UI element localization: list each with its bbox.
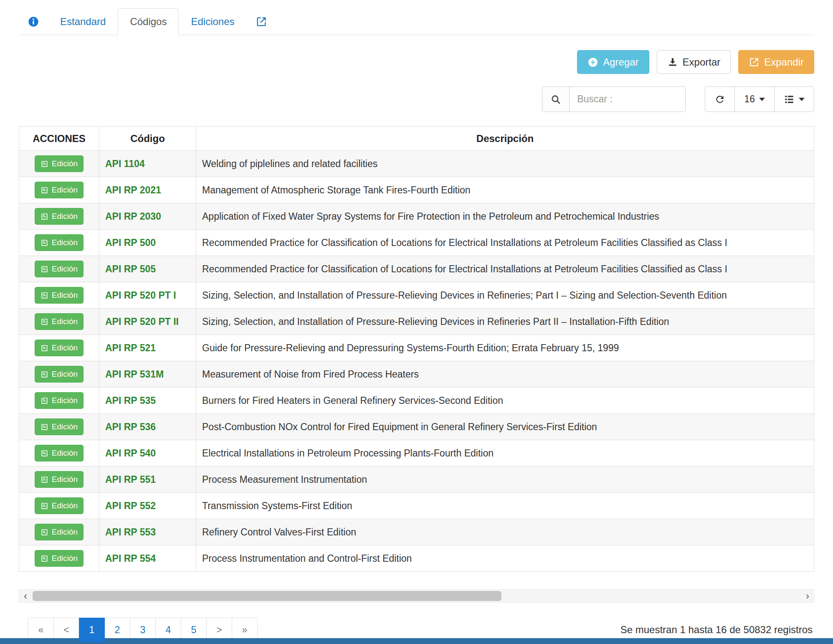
description-cell: Electrical Installations in Petroleum Pr…	[196, 440, 814, 467]
actions-cell: Edición	[19, 545, 99, 572]
code-cell: API RP 500	[99, 230, 196, 256]
scroll-left-arrow[interactable]: ‹	[19, 590, 32, 602]
info-icon	[28, 16, 39, 28]
edicion-label: Edición	[52, 475, 78, 484]
actions-cell: Edición	[19, 467, 99, 493]
table-row: Edición API RP 521 Guide for Pressure-Re…	[19, 335, 814, 361]
description-cell: Sizing, Selection, and Installation of P…	[196, 282, 814, 309]
expandir-label: Expandir	[764, 56, 804, 68]
tab-ediciones[interactable]: Ediciones	[179, 8, 246, 35]
document-icon	[41, 528, 48, 536]
chevron-down-icon	[759, 98, 765, 101]
description-cell: Measurement of Noise from Fired Process …	[196, 361, 814, 388]
tab-estandard[interactable]: Estandard	[48, 8, 118, 35]
table-row: Edición API 1104 Welding of piplelines a…	[19, 151, 814, 177]
agregar-button[interactable]: Agregar	[577, 50, 649, 74]
tab-codigos[interactable]: Códigos	[118, 8, 179, 35]
description-cell: Burners for Fired Heaters in General Ref…	[196, 388, 814, 414]
document-icon	[41, 239, 48, 247]
code-cell: API RP 521	[99, 335, 196, 361]
table-row: Edición API RP 554 Process Instrumentati…	[19, 545, 814, 572]
edicion-label: Edición	[52, 422, 78, 431]
edicion-button[interactable]: Edición	[35, 550, 84, 567]
codes-table: ACCIONES Código Descripción Edición API …	[19, 126, 814, 572]
document-icon	[41, 476, 48, 484]
code-cell: API RP 531M	[99, 361, 196, 388]
edicion-button[interactable]: Edición	[35, 313, 84, 330]
actions-cell: Edición	[19, 493, 99, 519]
page-size-value: 16	[744, 94, 755, 105]
table-controls: 16	[705, 86, 814, 112]
document-icon	[41, 344, 48, 352]
tab-info[interactable]	[19, 8, 48, 35]
code-cell: API RP 520 PT I	[99, 282, 196, 309]
edicion-button[interactable]: Edición	[35, 445, 84, 461]
edicion-label: Edición	[52, 396, 78, 405]
description-cell: Process Instrumentation and Control-Firs…	[196, 545, 814, 572]
document-icon	[41, 555, 48, 563]
column-header-codigo: Código	[99, 127, 196, 151]
edicion-label: Edición	[52, 343, 78, 352]
search-input[interactable]	[570, 86, 686, 112]
tab-label: Ediciones	[191, 16, 234, 28]
page-size-dropdown[interactable]: 16	[734, 86, 775, 112]
edicion-button[interactable]: Edición	[35, 208, 84, 225]
footer-bar	[0, 638, 833, 644]
edicion-label: Edición	[52, 212, 78, 221]
page: Estandard Códigos Ediciones Agregar	[0, 0, 833, 642]
columns-dropdown[interactable]	[774, 86, 814, 112]
edicion-button[interactable]: Edición	[35, 182, 84, 198]
table-row: Edición API RP 536 Post-Combustion NOx C…	[19, 414, 814, 440]
search-row: 16	[19, 86, 814, 112]
edicion-button[interactable]: Edición	[35, 418, 84, 435]
page-button[interactable]: 1	[79, 618, 105, 642]
edicion-button[interactable]: Edición	[35, 234, 84, 251]
external-link-icon	[256, 16, 267, 28]
document-icon	[41, 213, 48, 221]
expandir-button[interactable]: Expandir	[738, 50, 814, 74]
refresh-button[interactable]	[705, 86, 735, 112]
scrollbar-thumb[interactable]	[33, 591, 501, 601]
actions-cell: Edición	[19, 388, 99, 414]
document-icon	[41, 318, 48, 326]
scroll-right-arrow[interactable]: ›	[801, 590, 814, 602]
edicion-label: Edición	[52, 264, 78, 274]
code-cell: API RP 520 PT II	[99, 309, 196, 335]
code-cell: API RP 536	[99, 414, 196, 440]
edicion-button[interactable]: Edición	[35, 497, 84, 514]
document-icon	[41, 423, 48, 431]
column-header-acciones: ACCIONES	[19, 127, 99, 151]
code-cell: API RP 540	[99, 440, 196, 467]
export-icon	[667, 57, 678, 68]
document-icon	[41, 186, 48, 194]
code-cell: API RP 551	[99, 467, 196, 493]
edicion-button[interactable]: Edición	[35, 366, 84, 383]
tab-bar: Estandard Códigos Ediciones	[19, 4, 814, 35]
edicion-button[interactable]: Edición	[35, 471, 84, 488]
table-body: Edición API 1104 Welding of piplelines a…	[19, 151, 814, 572]
exportar-button[interactable]: Exportar	[657, 50, 731, 74]
refresh-icon	[714, 94, 725, 105]
edicion-button[interactable]: Edición	[35, 392, 84, 409]
search-button[interactable]	[542, 86, 570, 112]
edicion-label: Edición	[52, 370, 78, 379]
agregar-label: Agregar	[603, 56, 638, 68]
edicion-button[interactable]: Edición	[35, 261, 84, 277]
edicion-button[interactable]: Edición	[35, 287, 84, 304]
edicion-button[interactable]: Edición	[35, 155, 84, 172]
edicion-label: Edición	[52, 238, 78, 247]
code-cell: API RP 535	[99, 388, 196, 414]
description-cell: Application of Fixed Water Spray Systems…	[196, 203, 814, 230]
document-icon	[41, 265, 48, 273]
tab-external[interactable]	[247, 8, 276, 35]
code-cell: API RP 553	[99, 519, 196, 545]
code-cell: API RP 554	[99, 545, 196, 572]
table-row: Edición API RP 2021 Management of Atmosp…	[19, 177, 814, 203]
actions-cell: Edición	[19, 151, 99, 177]
horizontal-scrollbar[interactable]: ‹ ›	[19, 589, 814, 603]
edicion-button[interactable]: Edición	[35, 340, 84, 356]
exportar-label: Exportar	[683, 56, 721, 68]
edicion-button[interactable]: Edición	[35, 524, 84, 540]
expand-icon	[749, 57, 760, 68]
table-row: Edición API RP 553 Refinery Control Valv…	[19, 519, 814, 545]
